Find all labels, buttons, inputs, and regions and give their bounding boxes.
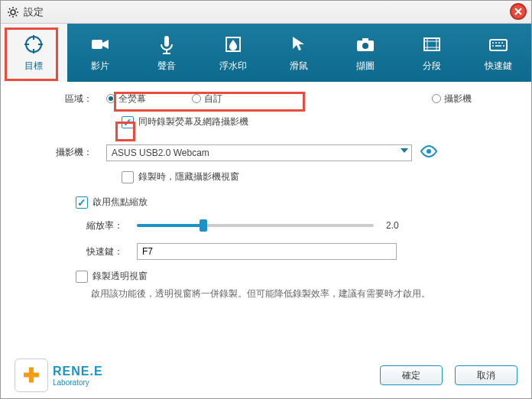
focus-zoom-label: 啟用焦點縮放 [92, 196, 148, 209]
tab-hotkey[interactable]: 快速鍵 [465, 24, 531, 82]
tab-screenshot[interactable]: 擷圖 [332, 24, 399, 82]
tab-video[interactable]: 影片 [67, 24, 134, 82]
hotkey-label: 快速鍵： [45, 245, 137, 258]
footer: ✚ RENE.E Laboratory 確定 取消 [1, 352, 531, 398]
svg-point-0 [11, 10, 15, 15]
titlebar: 設定 [1, 1, 531, 24]
region-label: 區域： [15, 92, 106, 105]
window-title: 設定 [24, 5, 44, 19]
webcam-label: 攝影機： [15, 146, 106, 159]
gear-icon [7, 6, 19, 18]
radio-custom[interactable]: 自訂 [192, 92, 222, 105]
preview-eye-icon[interactable] [420, 142, 438, 163]
radio-fullscreen[interactable]: 全熒幕 [106, 92, 146, 105]
tab-target[interactable]: 目標 [1, 24, 67, 82]
checkbox-transparent[interactable] [76, 271, 88, 283]
transparent-label: 錄製透明視窗 [92, 270, 148, 283]
logo-icon: ✚ [15, 358, 48, 392]
settings-window: 設定 目標 影片 聲音 浮水印 滑鼠 擷圖 [0, 0, 532, 399]
simul-label: 同時錄製熒幕及網路攝影機 [138, 115, 248, 128]
svg-rect-7 [362, 38, 368, 41]
hide-cam-label: 錄製時，隱藏攝影機視窗 [138, 170, 239, 183]
checkbox-focus-zoom[interactable] [76, 196, 88, 209]
tab-mouse[interactable]: 滑鼠 [266, 24, 332, 82]
ok-button[interactable]: 確定 [380, 365, 443, 385]
radio-camera[interactable]: 攝影機 [432, 92, 472, 105]
hotkey-input[interactable] [137, 243, 397, 260]
webcam-select[interactable]: ASUS USB2.0 Webcam [106, 144, 412, 161]
svg-rect-2 [92, 40, 102, 49]
chevron-down-icon [401, 148, 408, 153]
tab-watermark[interactable]: 浮水印 [200, 24, 266, 82]
zoom-value: 2.0 [386, 220, 409, 231]
zoom-label: 縮放率： [45, 219, 137, 232]
checkbox-simul[interactable] [122, 116, 134, 128]
svg-rect-9 [490, 40, 507, 50]
svg-rect-8 [424, 38, 440, 50]
logo: ✚ RENE.E Laboratory [15, 358, 103, 392]
zoom-slider[interactable] [137, 218, 374, 233]
cancel-button[interactable]: 取消 [455, 365, 517, 385]
tabbar: 目標 影片 聲音 浮水印 滑鼠 擷圖 分段 快速鍵 [1, 24, 531, 82]
content: 區域： 全熒幕 自訂 攝影機 同時錄製熒幕及網路攝影機 攝影機： AS [1, 82, 531, 300]
tab-audio[interactable]: 聲音 [134, 24, 200, 82]
tab-segment[interactable]: 分段 [399, 24, 466, 82]
close-button[interactable] [510, 3, 527, 20]
svg-point-10 [427, 149, 431, 154]
svg-rect-3 [164, 36, 169, 47]
transparent-desc: 啟用該功能後，透明視窗將一併錄製。但可能降低錄製效率，建議有需要時才啟用。 [91, 287, 517, 300]
checkbox-hide-cam[interactable] [122, 171, 134, 183]
svg-point-6 [362, 43, 368, 49]
